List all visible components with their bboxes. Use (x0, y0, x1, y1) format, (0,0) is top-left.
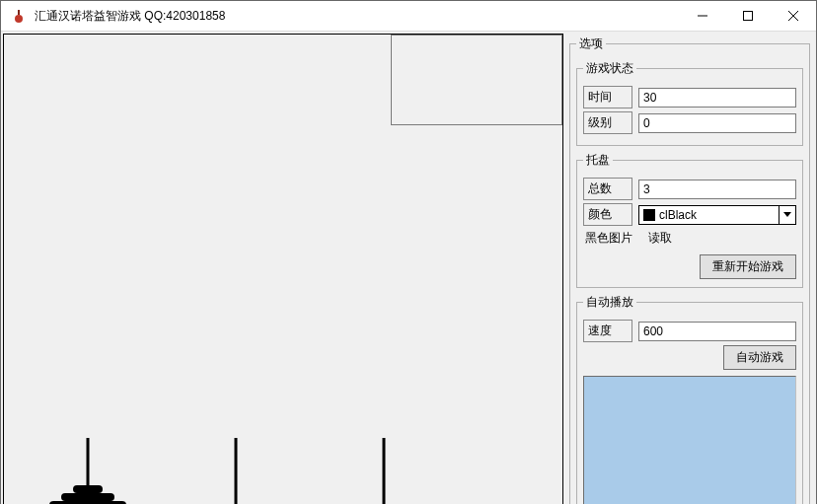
options-group: 选项 游戏状态 时间 级别 托盘 总数 (569, 36, 810, 504)
black-image-label[interactable]: 黑色图片 (585, 230, 632, 247)
options-legend: 选项 (576, 36, 606, 52)
tray-group: 托盘 总数 颜色 clBlack (576, 152, 803, 288)
minimize-icon (698, 11, 707, 21)
minimize-button[interactable] (680, 1, 725, 31)
disc-2[interactable] (61, 493, 114, 501)
maximize-icon (743, 11, 753, 21)
time-input[interactable] (638, 88, 796, 108)
color-combobox[interactable]: clBlack (638, 205, 796, 225)
read-label[interactable]: 读取 (648, 230, 672, 247)
color-value: clBlack (659, 208, 779, 222)
auto-game-button[interactable]: 自动游戏 (723, 345, 796, 370)
game-state-legend: 游戏状态 (583, 60, 636, 77)
peg-y-pole (235, 438, 238, 504)
time-label: 时间 (583, 86, 632, 108)
close-button[interactable] (771, 1, 816, 31)
speed-input[interactable] (638, 322, 796, 341)
app-window: 汇通汉诺塔益智游戏 QQ:420301858 (0, 0, 817, 504)
titlebar: 汇通汉诺塔益智游戏 QQ:420301858 (1, 1, 816, 32)
close-icon (788, 11, 798, 21)
peg-area: X Y Z (4, 432, 562, 504)
level-label: 级别 (583, 111, 632, 134)
svg-rect-1 (18, 10, 20, 15)
mini-preview-box (391, 35, 562, 125)
app-icon (9, 6, 29, 26)
maximize-button[interactable] (725, 1, 771, 31)
disc-1[interactable] (73, 485, 103, 493)
color-swatch (643, 209, 655, 221)
options-panel: 选项 游戏状态 时间 级别 托盘 总数 (565, 32, 816, 504)
game-state-group: 游戏状态 时间 级别 (576, 60, 803, 146)
level-input[interactable] (638, 113, 796, 133)
total-input[interactable] (638, 180, 796, 199)
tray-legend: 托盘 (583, 152, 613, 169)
game-canvas-wrap: X Y Z CSDN @tjsoft (3, 34, 563, 504)
svg-rect-3 (744, 12, 753, 21)
speed-label: 速度 (583, 320, 632, 342)
autoplay-preview (583, 376, 796, 504)
autoplay-group: 自动播放 速度 自动游戏 (576, 294, 803, 504)
svg-marker-6 (783, 212, 791, 217)
game-canvas[interactable]: X Y Z (3, 34, 563, 504)
svg-point-0 (15, 15, 23, 23)
color-label: 颜色 (583, 203, 632, 226)
peg-z-pole (383, 438, 386, 504)
window-title: 汇通汉诺塔益智游戏 QQ:420301858 (35, 8, 225, 25)
client-area: X Y Z CSDN @tjsoft (1, 32, 816, 504)
chevron-down-icon (779, 206, 795, 224)
total-label: 总数 (583, 178, 632, 200)
autoplay-legend: 自动播放 (583, 294, 636, 311)
restart-button[interactable]: 重新开始游戏 (700, 254, 796, 279)
